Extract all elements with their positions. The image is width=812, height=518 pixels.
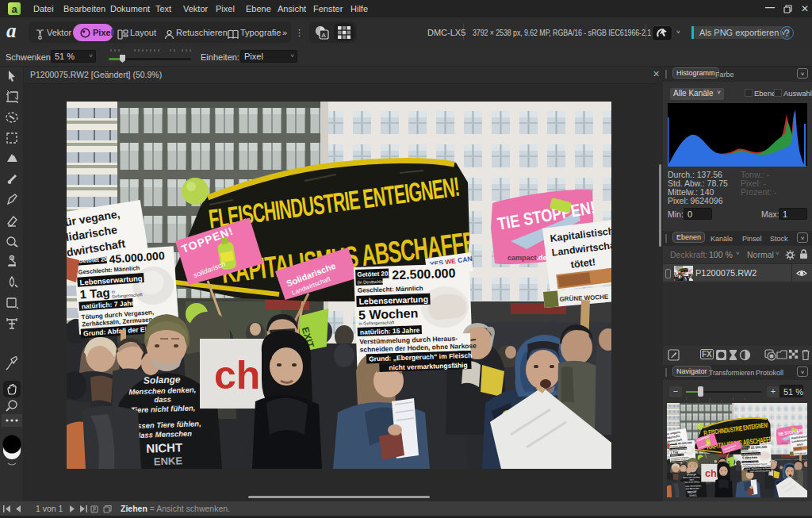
- svg-text:22.500.000: 22.500.000: [392, 267, 456, 282]
- svg-text:NICHT: NICHT: [146, 440, 182, 455]
- svg-text:A: A: [322, 32, 327, 39]
- svg-text:campact.de: campact.de: [508, 254, 547, 262]
- svg-text:ENKE: ENKE: [154, 455, 183, 467]
- svg-text:Solange: Solange: [144, 374, 181, 386]
- svg-text:ch: ch: [214, 353, 260, 397]
- svg-text:1 Tag: 1 Tag: [79, 286, 110, 301]
- svg-text:dass: dass: [154, 395, 171, 405]
